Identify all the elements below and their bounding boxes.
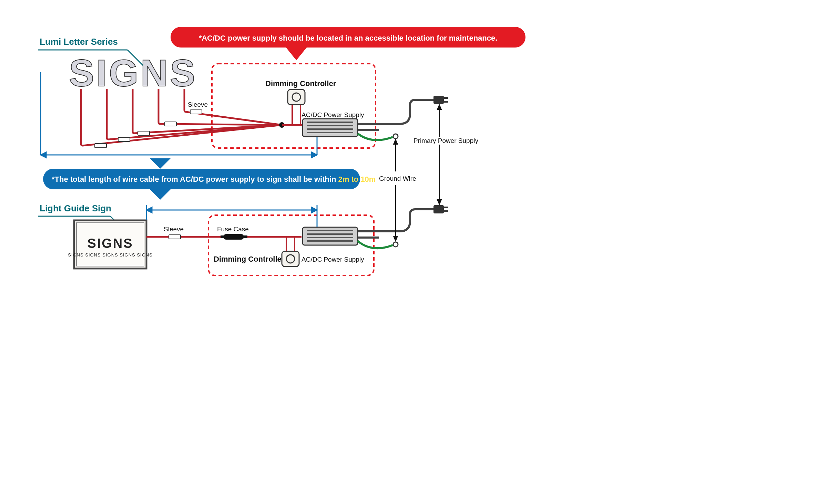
svg-rect-54 <box>433 205 444 213</box>
fuse-case: Fuse Case <box>217 225 249 240</box>
psu-bottom: AC/DC Power Supply <box>302 227 364 263</box>
svg-text:SIGNS SIGNS SIGNS SIGNS SIGNS: SIGNS SIGNS SIGNS SIGNS SIGNS <box>68 252 153 258</box>
svg-rect-40 <box>169 235 181 239</box>
dim-bottom <box>146 205 317 227</box>
svg-marker-62 <box>312 207 317 213</box>
svg-text:Primary Power Supply: Primary Power Supply <box>414 137 478 144</box>
svg-marker-4 <box>286 48 307 60</box>
heading-lumi: Lumi Letter Series <box>40 36 118 47</box>
svg-rect-23 <box>444 101 448 103</box>
svg-rect-22 <box>444 97 448 99</box>
svg-marker-28 <box>41 152 46 158</box>
svg-rect-43 <box>221 235 224 238</box>
mains-top <box>358 100 434 130</box>
svg-rect-44 <box>244 235 247 238</box>
svg-rect-7 <box>138 131 150 135</box>
svg-text:AC/DC Power Supply: AC/DC Power Supply <box>302 111 364 118</box>
svg-rect-48 <box>303 227 358 245</box>
svg-text:Fuse Case: Fuse Case <box>217 225 249 233</box>
svg-rect-9 <box>190 110 202 114</box>
svg-rect-55 <box>444 207 448 208</box>
svg-point-24 <box>393 134 398 139</box>
svg-marker-61 <box>146 207 152 213</box>
ground-bottom <box>358 241 393 248</box>
svg-text:SIGNS: SIGNS <box>87 236 133 251</box>
channel-letters: SIGNS <box>69 52 197 94</box>
right-labels: Primary Power Supply Ground Wire <box>379 105 478 241</box>
callout-blue: *The total length of wire cable from AC/… <box>43 158 401 200</box>
svg-text:*The total length of wire cabl: *The total length of wire cable from AC/… <box>52 175 401 183</box>
heading-light-guide: Light Guide Sign <box>40 203 111 213</box>
sleeve-label-bottom: Sleeve <box>164 225 184 233</box>
sign-panel: SIGNS SIGNS SIGNS SIGNS SIGNS SIGNS <box>68 220 153 269</box>
wiring-diagram: Lumi Letter Series *AC/DC power supply s… <box>0 0 827 504</box>
svg-marker-70 <box>394 139 398 144</box>
svg-rect-5 <box>95 144 106 148</box>
svg-rect-13 <box>288 90 305 105</box>
svg-rect-6 <box>118 137 130 141</box>
svg-marker-71 <box>394 236 398 241</box>
svg-marker-33 <box>150 189 171 200</box>
svg-rect-16 <box>303 119 358 137</box>
svg-marker-65 <box>437 105 441 109</box>
svg-text:Ground Wire: Ground Wire <box>379 175 416 182</box>
svg-marker-29 <box>312 152 317 158</box>
svg-rect-42 <box>223 234 244 240</box>
plug-top <box>433 96 448 104</box>
callout-red: *AC/DC power supply should be located in… <box>171 27 525 60</box>
svg-text:Dimming Controller: Dimming Controller <box>214 255 285 263</box>
svg-rect-8 <box>165 122 176 126</box>
svg-text:*AC/DC power supply should be : *AC/DC power supply should be located in… <box>199 34 498 42</box>
svg-rect-21 <box>433 96 444 104</box>
svg-text:Dimming Controller: Dimming Controller <box>265 79 336 88</box>
psu-top: AC/DC Power Supply <box>302 111 364 137</box>
svg-text:AC/DC Power Supply: AC/DC Power Supply <box>302 256 364 263</box>
plug-bottom <box>433 205 448 213</box>
svg-rect-56 <box>444 210 448 212</box>
svg-rect-46 <box>282 251 299 266</box>
dimmer-bottom: Dimming Controller <box>214 237 299 266</box>
sleeve-label-top: Sleeve <box>188 101 208 108</box>
svg-marker-30 <box>150 158 171 169</box>
svg-point-57 <box>393 242 398 247</box>
red-wires-top <box>81 89 282 146</box>
svg-marker-66 <box>437 200 441 204</box>
